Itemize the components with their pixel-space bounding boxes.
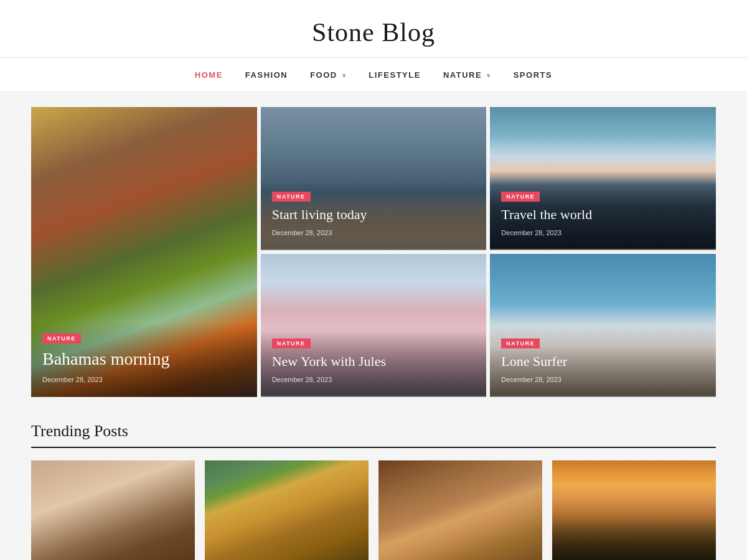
- trending-card-2[interactable]: [205, 460, 369, 560]
- nav-item-fashion[interactable]: FASHION: [245, 69, 288, 80]
- trending-section: Trending Posts: [31, 422, 716, 560]
- featured-grid: NATURE Bahamas morning December 28, 2023…: [31, 107, 716, 397]
- nav-link-food[interactable]: FOOD ▾: [310, 70, 346, 80]
- card-lone-surfer-date: December 28, 2023: [501, 376, 561, 383]
- card-start-living[interactable]: NATURE Start living today December 28, 2…: [261, 107, 487, 250]
- main-nav: HOME FASHION FOOD ▾ LIFESTYLE NATURE ▾ S…: [0, 58, 747, 92]
- trending-title: Trending Posts: [31, 422, 716, 448]
- nav-link-nature[interactable]: NATURE ▾: [443, 70, 491, 80]
- card-lone-surfer-overlay: NATURE Lone Surfer December 28, 2023: [490, 327, 716, 397]
- card-bahamas-overlay: NATURE Bahamas morning December 28, 2023: [31, 322, 257, 397]
- card-new-york-title: New York with Jules: [272, 353, 476, 370]
- nav-list: HOME FASHION FOOD ▾ LIFESTYLE NATURE ▾ S…: [195, 69, 552, 80]
- card-lone-surfer-title: Lone Surfer: [501, 353, 705, 370]
- nav-item-nature[interactable]: NATURE ▾: [443, 69, 491, 80]
- main-content: NATURE Bahamas morning December 28, 2023…: [19, 92, 728, 560]
- nature-chevron-icon: ▾: [487, 72, 491, 79]
- trending-grid: [31, 460, 716, 560]
- card-bahamas-date: December 28, 2023: [42, 376, 103, 383]
- card-new-york-date: December 28, 2023: [272, 376, 332, 383]
- site-header: Stone Blog: [0, 0, 747, 58]
- nav-item-home[interactable]: HOME: [195, 69, 223, 80]
- card-travel-world-category: NATURE: [501, 192, 540, 202]
- trending-card-2-image: [205, 460, 369, 560]
- trending-card-1-image: [31, 460, 195, 560]
- nav-item-lifestyle[interactable]: LIFESTYLE: [369, 69, 421, 80]
- card-bahamas-title: Bahamas morning: [42, 348, 246, 370]
- trending-card-3-image: [378, 460, 542, 560]
- card-start-living-date: December 28, 2023: [272, 229, 332, 236]
- card-start-living-overlay: NATURE Start living today December 28, 2…: [261, 180, 487, 250]
- trending-card-3[interactable]: [378, 460, 542, 560]
- nav-link-fashion[interactable]: FASHION: [245, 70, 288, 80]
- nav-item-food[interactable]: FOOD ▾: [310, 69, 346, 80]
- card-lone-surfer-category: NATURE: [501, 338, 540, 348]
- card-new-york-category: NATURE: [272, 338, 311, 348]
- food-chevron-icon: ▾: [342, 72, 347, 79]
- card-new-york-overlay: NATURE New York with Jules December 28, …: [261, 327, 487, 397]
- site-title: Stone Blog: [0, 17, 747, 47]
- nav-link-home[interactable]: HOME: [195, 70, 223, 80]
- card-start-living-title: Start living today: [272, 207, 476, 223]
- trending-card-4-image: [552, 460, 716, 560]
- card-lone-surfer[interactable]: NATURE Lone Surfer December 28, 2023: [490, 254, 716, 397]
- card-bahamas-category: NATURE: [42, 334, 81, 343]
- card-travel-world-title: Travel the world: [501, 207, 705, 223]
- card-travel-world[interactable]: NATURE Travel the world December 28, 202…: [490, 107, 716, 250]
- nav-link-sports[interactable]: SPORTS: [514, 70, 552, 80]
- nav-link-lifestyle[interactable]: LIFESTYLE: [369, 70, 421, 80]
- card-travel-world-date: December 28, 2023: [501, 229, 561, 236]
- trending-card-1[interactable]: [31, 460, 195, 560]
- card-start-living-category: NATURE: [272, 192, 311, 202]
- card-new-york[interactable]: NATURE New York with Jules December 28, …: [261, 254, 487, 397]
- card-bahamas[interactable]: NATURE Bahamas morning December 28, 2023: [31, 107, 257, 397]
- card-travel-world-overlay: NATURE Travel the world December 28, 202…: [490, 180, 716, 250]
- trending-card-4[interactable]: [552, 460, 716, 560]
- nav-item-sports[interactable]: SPORTS: [514, 69, 552, 80]
